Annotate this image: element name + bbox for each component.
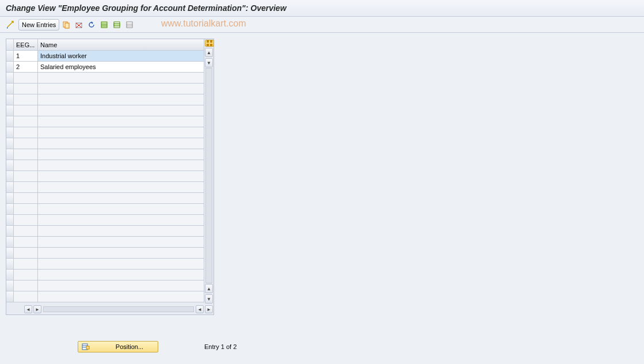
select-block-icon[interactable] xyxy=(111,19,123,31)
cell-name[interactable] xyxy=(38,94,204,105)
cell-eeg[interactable]: 2 xyxy=(14,62,38,73)
cell-eeg[interactable] xyxy=(14,73,38,84)
row-selector[interactable] xyxy=(6,182,14,193)
cell-eeg[interactable] xyxy=(14,160,38,171)
scroll-up-icon[interactable]: ▲ xyxy=(205,48,213,57)
copy-as-icon[interactable] xyxy=(60,19,72,31)
row-selector[interactable] xyxy=(6,291,14,302)
row-selector[interactable] xyxy=(6,204,14,215)
cell-name[interactable]: Industrial worker xyxy=(38,51,204,62)
cell-eeg[interactable] xyxy=(14,127,38,138)
cell-eeg[interactable] xyxy=(14,84,38,94)
row-selector[interactable] xyxy=(6,171,14,182)
cell-name[interactable] xyxy=(38,73,204,84)
entry-status: Entry 1 of 2 xyxy=(204,343,237,350)
cell-name[interactable] xyxy=(38,204,204,215)
cell-name[interactable] xyxy=(38,127,204,138)
scroll-right-small-icon[interactable]: ► xyxy=(33,305,41,313)
cell-name[interactable]: Salaried employees xyxy=(38,62,204,73)
scroll-left-small-icon[interactable]: ◄ xyxy=(196,305,204,313)
vertical-scroll-track[interactable] xyxy=(205,68,212,283)
cell-name[interactable] xyxy=(38,270,204,280)
horizontal-scroll-track[interactable] xyxy=(43,306,194,312)
cell-eeg[interactable] xyxy=(14,105,38,116)
scroll-left-icon[interactable]: ◄ xyxy=(24,305,32,313)
cell-name[interactable] xyxy=(38,84,204,94)
svg-rect-5 xyxy=(101,22,107,28)
cell-eeg[interactable] xyxy=(14,193,38,204)
cell-name[interactable] xyxy=(38,182,204,193)
table-row xyxy=(6,171,204,182)
cell-eeg[interactable]: 1 xyxy=(14,51,38,62)
cell-name[interactable] xyxy=(38,215,204,226)
cell-name[interactable] xyxy=(38,149,204,160)
row-selector[interactable] xyxy=(6,270,14,280)
row-selector[interactable] xyxy=(6,193,14,204)
table-row: 1Industrial worker xyxy=(6,51,204,62)
row-selector[interactable] xyxy=(6,62,14,73)
row-selector[interactable] xyxy=(6,51,14,62)
row-selector[interactable] xyxy=(6,226,14,237)
cell-name[interactable] xyxy=(38,171,204,182)
select-all-icon[interactable] xyxy=(98,19,110,31)
cell-eeg[interactable] xyxy=(14,237,38,248)
row-selector[interactable] xyxy=(6,259,14,270)
delete-icon[interactable] xyxy=(73,19,85,31)
table-row xyxy=(6,182,204,193)
cell-name[interactable] xyxy=(38,259,204,270)
table-row xyxy=(6,160,204,171)
table-settings-icon[interactable] xyxy=(205,40,214,47)
row-selector[interactable] xyxy=(6,160,14,171)
row-selector[interactable] xyxy=(6,280,14,291)
deselect-all-icon[interactable] xyxy=(124,19,135,31)
scroll-down-icon[interactable]: ▼ xyxy=(205,294,213,304)
cell-name[interactable] xyxy=(38,226,204,237)
cell-eeg[interactable] xyxy=(14,280,38,291)
cell-name[interactable] xyxy=(38,237,204,248)
cell-eeg[interactable] xyxy=(14,138,38,149)
cell-name[interactable] xyxy=(38,116,204,127)
column-header-name[interactable]: Name xyxy=(38,39,204,51)
table-row xyxy=(6,138,204,149)
cell-eeg[interactable] xyxy=(14,94,38,105)
cell-name[interactable] xyxy=(38,291,204,302)
cell-name[interactable] xyxy=(38,193,204,204)
scroll-up-small-icon[interactable]: ▲ xyxy=(205,284,213,293)
position-button[interactable]: Position... xyxy=(78,341,158,352)
row-selector[interactable] xyxy=(6,248,14,259)
row-selector[interactable] xyxy=(6,84,14,94)
cell-eeg[interactable] xyxy=(14,171,38,182)
cell-eeg[interactable] xyxy=(14,215,38,226)
row-selector-header[interactable] xyxy=(6,39,14,51)
cell-eeg[interactable] xyxy=(14,182,38,193)
row-selector[interactable] xyxy=(6,73,14,84)
scroll-right-icon[interactable]: ► xyxy=(205,305,213,313)
scroll-down-small-icon[interactable]: ▼ xyxy=(205,58,213,67)
row-selector[interactable] xyxy=(6,149,14,160)
cell-eeg[interactable] xyxy=(14,259,38,270)
new-entries-button[interactable]: New Entries xyxy=(18,19,59,31)
cell-name[interactable] xyxy=(38,248,204,259)
cell-name[interactable] xyxy=(38,280,204,291)
cell-eeg[interactable] xyxy=(14,204,38,215)
row-selector[interactable] xyxy=(6,116,14,127)
row-selector[interactable] xyxy=(6,138,14,149)
table-row xyxy=(6,193,204,204)
cell-name[interactable] xyxy=(38,138,204,149)
column-header-eeg[interactable]: EEG... xyxy=(14,39,38,51)
cell-eeg[interactable] xyxy=(14,116,38,127)
row-selector[interactable] xyxy=(6,215,14,226)
cell-eeg[interactable] xyxy=(14,149,38,160)
cell-eeg[interactable] xyxy=(14,291,38,302)
row-selector[interactable] xyxy=(6,127,14,138)
row-selector[interactable] xyxy=(6,237,14,248)
cell-name[interactable] xyxy=(38,160,204,171)
cell-name[interactable] xyxy=(38,105,204,116)
row-selector[interactable] xyxy=(6,94,14,105)
row-selector[interactable] xyxy=(6,105,14,116)
other-view-icon[interactable] xyxy=(5,19,17,31)
cell-eeg[interactable] xyxy=(14,226,38,237)
cell-eeg[interactable] xyxy=(14,270,38,280)
cell-eeg[interactable] xyxy=(14,248,38,259)
undo-icon[interactable] xyxy=(86,19,97,31)
